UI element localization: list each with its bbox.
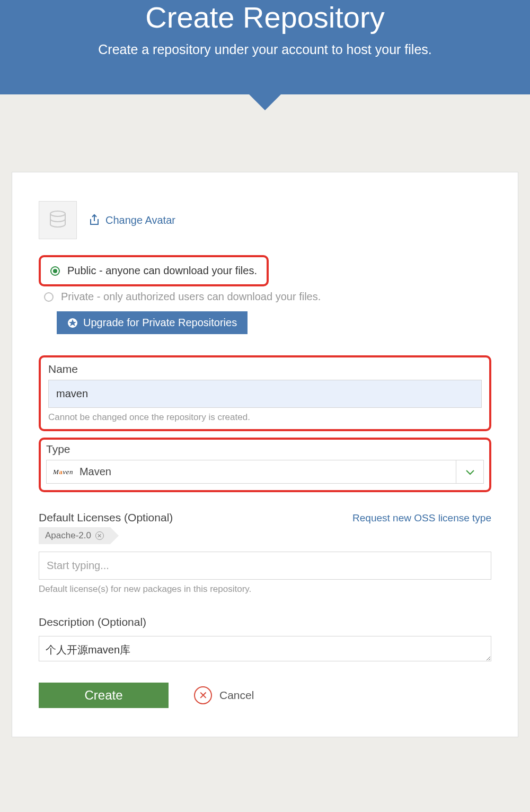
cancel-button[interactable]: ✕ Cancel <box>194 686 254 704</box>
svg-point-0 <box>50 211 65 216</box>
visibility-private-label: Private - only authorized users can down… <box>61 291 321 303</box>
upgrade-button[interactable]: Upgrade for Private Repositories <box>57 311 248 334</box>
form-card: Change Avatar Public - anyone can downlo… <box>12 172 518 737</box>
licenses-label: Default Licenses (Optional) <box>39 511 173 524</box>
type-select-caret[interactable] <box>456 460 483 483</box>
change-avatar-label: Change Avatar <box>105 214 175 226</box>
description-label: Description (Optional) <box>39 616 491 628</box>
description-textarea[interactable] <box>39 636 491 661</box>
visibility-public-radio[interactable]: Public - anyone can download your files. <box>45 260 262 281</box>
star-badge-icon <box>67 318 78 328</box>
visibility-public-label: Public - anyone can download your files. <box>67 265 257 277</box>
hero-banner: Create Repository Create a repository un… <box>0 0 530 94</box>
avatar-placeholder[interactable] <box>39 201 77 239</box>
license-tag[interactable]: Apache-2.0 ✕ <box>39 527 110 544</box>
upload-icon <box>89 214 100 226</box>
license-tag-label: Apache-2.0 <box>45 530 91 541</box>
create-button[interactable]: Create <box>39 683 169 708</box>
close-icon: ✕ <box>194 686 212 704</box>
type-label: Type <box>46 443 484 456</box>
type-select[interactable]: Maven Maven <box>46 460 484 484</box>
remove-license-icon[interactable]: ✕ <box>95 531 104 540</box>
radio-selected-icon <box>50 266 60 276</box>
request-license-link[interactable]: Request new OSS license type <box>352 512 491 524</box>
name-help: Cannot be changed once the repository is… <box>48 412 482 423</box>
radio-disabled-icon <box>44 292 54 302</box>
upgrade-button-label: Upgrade for Private Repositories <box>83 317 237 329</box>
cancel-label: Cancel <box>219 689 254 702</box>
licenses-help: Default license(s) for new packages in t… <box>39 584 491 595</box>
license-search-input[interactable] <box>39 552 491 580</box>
visibility-private-radio: Private - only authorized users can down… <box>39 286 491 307</box>
page-subtitle: Create a repository under your account t… <box>11 42 519 57</box>
database-icon <box>49 210 67 230</box>
name-input[interactable] <box>48 380 482 408</box>
name-label: Name <box>48 363 482 376</box>
change-avatar-link[interactable]: Change Avatar <box>89 214 175 226</box>
chevron-down-icon <box>464 466 476 478</box>
maven-logo-icon: Maven <box>53 468 73 476</box>
page-title: Create Repository <box>11 0 519 34</box>
type-select-value: Maven <box>80 466 111 478</box>
hero-arrow-icon <box>249 94 281 110</box>
